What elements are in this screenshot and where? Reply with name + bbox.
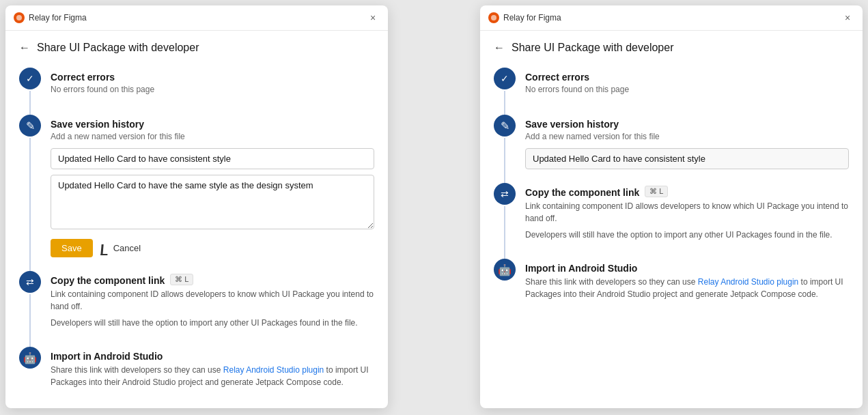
step-desc1-link-left: Link containing component ID allows deve… <box>51 288 374 313</box>
save-cancel-row: Save Cancel <box>51 239 374 257</box>
step-correct-errors-left: ✓ Correct errors No errors found on this… <box>19 68 374 115</box>
step-save-version-right: ✎ Save version history Add a new named v… <box>494 115 849 183</box>
panel-header-left: Relay for Figma × <box>5 5 388 31</box>
step-title-android-left: Import in Android Studio <box>51 347 374 362</box>
step-check-icon: ✓ <box>19 68 41 89</box>
step-content-save-right: Save version history Add a new named ver… <box>525 115 849 183</box>
back-button-left[interactable]: ← <box>19 42 30 54</box>
step-content-errors-right: Correct errors No errors found on this p… <box>525 68 849 115</box>
step-subtitle-errors-right: No errors found on this page <box>525 85 849 94</box>
relay-logo-icon <box>14 12 25 23</box>
step-link-icon: ⇄ <box>19 271 41 293</box>
left-panel: Relay for Figma × ← Share UI Package wit… <box>5 5 388 408</box>
page-header-right: ← Share UI Package with developer <box>494 42 849 54</box>
step-left-col: ✓ <box>19 68 41 115</box>
back-button-right[interactable]: ← <box>494 42 505 54</box>
relay-plugin-link-left[interactable]: Relay Android Studio plugin <box>223 365 324 375</box>
version-display-right: Updated Hello Card to have consistent st… <box>525 148 849 169</box>
step-content-android-left: Import in Android Studio Share this link… <box>51 347 374 406</box>
step-title-link-left: Copy the component link <box>51 271 165 286</box>
panel-body-left: ← Share UI Package with developer ✓ Corr… <box>5 31 388 408</box>
step-copy-link-left: ⇄ Copy the component link ⌘ L Link conta… <box>19 271 374 347</box>
step-line-right-1 <box>504 91 505 115</box>
relay-plugin-link-right[interactable]: Relay Android Studio plugin <box>698 277 798 287</box>
step-android-left: 🤖 Import in Android Studio Share this li… <box>19 347 374 406</box>
step-right-col-1: ✓ <box>494 68 516 115</box>
step-desc1-link-right: Link containing component ID allows deve… <box>525 200 849 225</box>
step-right-col-3: ⇄ <box>494 183 516 259</box>
step-line-right-2 <box>504 138 505 183</box>
step-title-row-link-left: Copy the component link ⌘ L <box>51 271 374 288</box>
step-copy-link-right: ⇄ Copy the component link ⌘ L Link conta… <box>494 183 849 259</box>
step-line-3 <box>29 294 31 347</box>
panel-header-right: Relay for Figma × <box>480 5 863 31</box>
step-desc-android-right: Share this link with developers so they … <box>525 276 849 300</box>
steps-container-right: ✓ Correct errors No errors found on this… <box>494 68 849 318</box>
step-edit-icon-right: ✎ <box>494 115 516 137</box>
cursor-icon <box>100 244 108 255</box>
step-android-icon: 🤖 <box>19 347 41 369</box>
panel-title: Relay for Figma <box>29 13 87 23</box>
step-subtitle-save-right: Add a new named version for this file <box>525 132 849 141</box>
step-left-col-2: ✎ <box>19 115 41 271</box>
step-title-link-right: Copy the component link <box>525 183 639 198</box>
step-line <box>29 91 31 115</box>
step-desc-pre: Share this link with developers so they … <box>51 365 223 375</box>
step-right-col-2: ✎ <box>494 115 516 183</box>
step-subtitle-errors-left: No errors found on this page <box>51 85 374 94</box>
step-title-android-right: Import in Android Studio <box>525 259 849 274</box>
step-right-col-4: 🤖 <box>494 259 516 318</box>
step-content-link-right: Copy the component link ⌘ L Link contain… <box>525 183 849 259</box>
step-android-right: 🤖 Import in Android Studio Share this li… <box>494 259 849 318</box>
kbd-badge-right: ⌘ L <box>645 186 668 197</box>
step-title-save-left: Save version history <box>51 115 374 130</box>
page-heading-left: Share UI Package with developer <box>37 42 199 54</box>
panel-body-right: ← Share UI Package with developer ✓ Corr… <box>480 31 863 408</box>
page-header-left: ← Share UI Package with developer <box>19 42 374 54</box>
step-title-row-link-right: Copy the component link ⌘ L <box>525 183 849 200</box>
step-line-right-3 <box>504 206 505 259</box>
relay-logo-right-icon <box>488 12 499 23</box>
cancel-button[interactable]: Cancel <box>113 243 141 253</box>
panel-title-right: Relay for Figma <box>503 13 561 23</box>
step-content-save-left: Save version history Add a new named ver… <box>51 115 374 271</box>
step-android-icon-right: 🤖 <box>494 259 516 281</box>
step-desc2-link-right: Developers will still have the option to… <box>525 229 849 241</box>
right-panel: Relay for Figma × ← Share UI Package wit… <box>480 5 863 408</box>
step-left-col-3: ⇄ <box>19 271 41 347</box>
step-subtitle-save-left: Add a new named version for this file <box>51 132 374 141</box>
kbd-badge-left: ⌘ L <box>170 274 193 285</box>
step-save-version-left: ✎ Save version history Add a new named v… <box>19 115 374 271</box>
step-title-save-right: Save version history <box>525 115 849 130</box>
step-desc-android-left: Share this link with developers so they … <box>51 364 374 388</box>
page-heading-right: Share UI Package with developer <box>512 42 673 54</box>
header-left-group: Relay for Figma <box>14 12 87 23</box>
close-button-right[interactable]: × <box>841 11 854 25</box>
step-left-col-4: 🤖 <box>19 347 41 406</box>
step-correct-errors-right: ✓ Correct errors No errors found on this… <box>494 68 849 115</box>
step-link-icon-right: ⇄ <box>494 183 516 205</box>
step-line-2 <box>29 138 31 271</box>
step-edit-icon: ✎ <box>19 115 41 137</box>
step-desc2-link-left: Developers will still have the option to… <box>51 317 374 329</box>
step-content-link-left: Copy the component link ⌘ L Link contain… <box>51 271 374 347</box>
step-content-errors-left: Correct errors No errors found on this p… <box>51 68 374 115</box>
version-desc-textarea[interactable]: Updated Hello Card to have the same styl… <box>51 175 374 229</box>
close-button[interactable]: × <box>366 11 380 25</box>
step-content-android-right: Import in Android Studio Share this link… <box>525 259 849 318</box>
version-name-input[interactable] <box>51 148 374 169</box>
steps-container-left: ✓ Correct errors No errors found on this… <box>19 68 374 406</box>
save-button[interactable]: Save <box>51 239 93 257</box>
header-right-group: Relay for Figma <box>488 12 561 23</box>
step-title-errors-right: Correct errors <box>525 68 849 83</box>
step-check-icon-right: ✓ <box>494 68 516 89</box>
step-title-errors-left: Correct errors <box>51 68 374 83</box>
step-desc-pre-right: Share this link with developers so they … <box>525 277 698 287</box>
